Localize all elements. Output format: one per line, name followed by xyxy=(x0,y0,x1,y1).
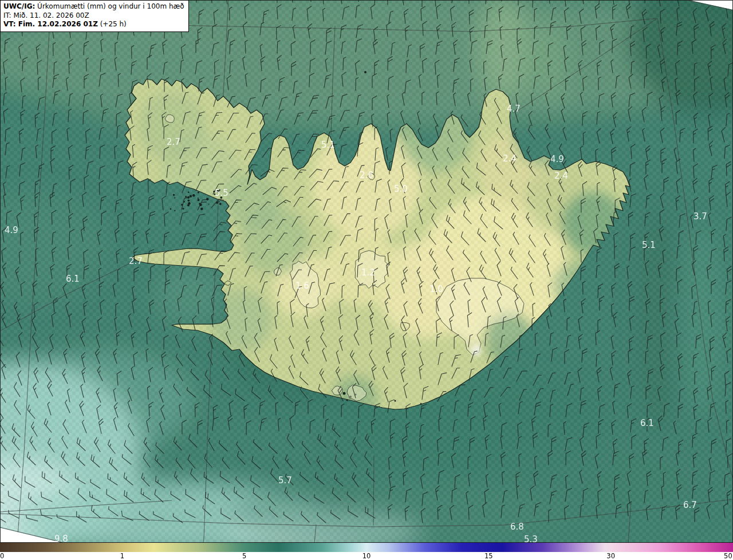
island-dot xyxy=(187,199,190,202)
title-line-init: IT: Mið. 11. 02. 2026 00Z xyxy=(3,11,184,21)
colorbar-tick: 5 xyxy=(242,552,246,560)
precip-value-label: 5.1 xyxy=(642,240,656,250)
precip-value-label: 2.7 xyxy=(167,137,180,147)
precip-value-label: 4.7 xyxy=(507,104,521,114)
precip-value-label: 6.8 xyxy=(510,522,524,532)
island-dot xyxy=(185,196,187,198)
island-dot xyxy=(206,198,209,201)
precip-value-label: 9.8 xyxy=(54,534,68,543)
island-dot xyxy=(188,202,191,205)
island-dot xyxy=(343,392,346,395)
island-dot xyxy=(170,208,172,210)
island-dot xyxy=(190,195,192,198)
precip-value-label: 2.7 xyxy=(129,256,143,266)
island-dot xyxy=(200,207,203,210)
precip-value-label: 2.4 xyxy=(503,153,517,164)
weather-map-app: 4.72.75.12.44.92.62.45.05.53.74.95.12.71… xyxy=(0,0,733,560)
island-dot xyxy=(364,71,366,73)
precip-value-label: 5.7 xyxy=(278,475,292,486)
colorbar-gradient-strip xyxy=(0,542,733,552)
precip-value-label: 5.3 xyxy=(524,534,538,543)
product-title: Úrkomumætti (mm) og vindur i 100m hæð xyxy=(35,2,184,10)
precip-value-label: 6.7 xyxy=(683,500,697,510)
island-dot xyxy=(198,199,200,201)
valid-time: VT: Fim. 12.02.2026 01Z xyxy=(3,20,98,28)
product-id: UWC/IG: xyxy=(3,2,35,10)
precip-value-label: 5.0 xyxy=(394,184,408,194)
colorbar-tick: 30 xyxy=(606,552,615,560)
precip-value-label: 2.4 xyxy=(554,171,568,181)
colorbar-tick: 0 xyxy=(0,552,4,560)
island-dot xyxy=(198,192,199,194)
title-line-product: UWC/IG: Úrkomumætti (mm) og vindur i 100… xyxy=(3,2,184,11)
island-dot xyxy=(192,194,195,197)
precip-value-label: 4.9 xyxy=(550,154,564,164)
title-line-valid: VT: Fim. 12.02.2026 01Z (+25 h) xyxy=(3,20,184,29)
island-dot xyxy=(219,203,222,205)
precip-value-label: 6.1 xyxy=(640,418,654,428)
island-dot xyxy=(182,208,184,210)
island-dot xyxy=(174,197,175,198)
map-title-box: UWC/IG: Úrkomumætti (mm) og vindur i 100… xyxy=(0,0,189,32)
precip-value-label: 2.6 xyxy=(360,170,373,180)
weather-map-canvas: 4.72.75.12.44.92.62.45.05.53.74.95.12.71… xyxy=(0,0,733,543)
island-dot xyxy=(173,194,175,196)
precip-value-label: 3.7 xyxy=(693,211,707,222)
precip-value-label: 1.2 xyxy=(361,267,375,278)
precip-value-label: 6.1 xyxy=(66,274,80,284)
precipitation-colorbar: 01510153050 xyxy=(0,542,733,560)
colorbar-tick: 1 xyxy=(120,552,124,560)
precip-value-label: 4.9 xyxy=(5,225,18,235)
colorbar-tick-labels: 01510153050 xyxy=(0,552,733,560)
precip-value-label: 5.1 xyxy=(321,140,335,150)
island-dot xyxy=(188,192,190,194)
precip-value-label: 5.5 xyxy=(215,188,228,198)
island-dot xyxy=(346,400,348,401)
colorbar-tick: 10 xyxy=(362,552,371,560)
island-dot xyxy=(395,400,396,402)
island-dot xyxy=(174,210,175,211)
precip-value-label: 1.0 xyxy=(429,284,443,294)
valid-offset: (+25 h) xyxy=(98,20,127,28)
island-dot xyxy=(420,403,421,404)
colorbar-tick: 15 xyxy=(484,552,493,560)
colorbar-tick: 50 xyxy=(724,552,732,560)
island-dot xyxy=(198,198,199,199)
island-dot xyxy=(208,204,210,205)
precip-value-label: 1.6 xyxy=(295,281,309,291)
